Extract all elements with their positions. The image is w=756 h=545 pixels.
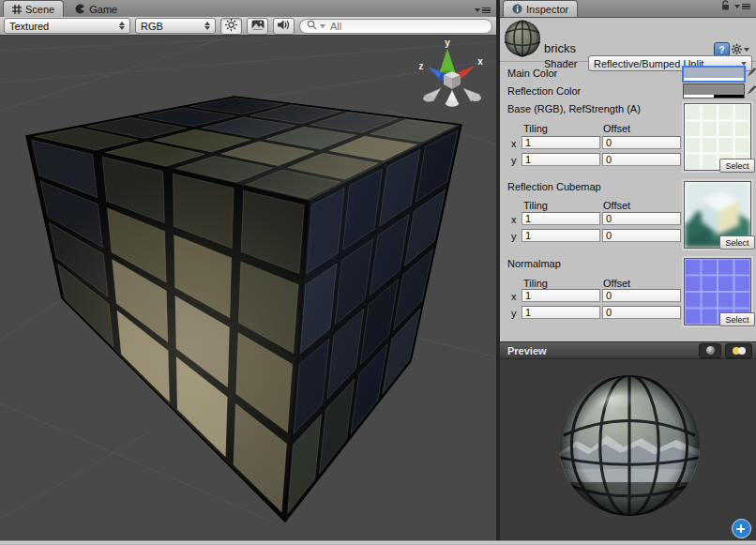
updown-arrows-icon [204,22,210,30]
magnifier-icon [307,20,317,32]
normalmap-label: Normalmap [507,258,561,269]
offset-header: Offset [603,278,630,289]
normalmap-y-tiling-field[interactable] [522,306,600,319]
base-x-tiling-field[interactable] [522,136,600,149]
reflection-color-label: Reflection Color [507,85,581,97]
search-input[interactable] [328,20,485,33]
render-mode-value: Textured [9,21,115,32]
sphere-icon [706,346,715,355]
dropdown-arrow-icon [741,62,747,66]
normalmap-x-tiling-field[interactable] [522,289,600,302]
sun-icon [225,19,237,33]
tiling-header: Tiling [523,278,548,289]
y-axis-label: y [511,155,517,166]
tab-inspector-label: Inspector [526,4,568,15]
cubemap-x-tiling-field[interactable] [522,212,600,225]
render-mode-dropdown[interactable]: Textured [4,18,130,34]
grid-icon [12,5,22,14]
alpha-bar [684,95,744,98]
scene-pane-menu-icon[interactable] [475,8,491,14]
preview-header[interactable]: Preview [500,341,756,359]
tab-game-label: Game [89,4,117,15]
gizmo-y-label: y [445,38,450,48]
x-axis-label: x [511,291,517,302]
x-axis-label: x [511,214,517,225]
scene-tabstrip: Scene Game [0,0,496,18]
updown-arrows-icon [119,22,125,30]
scene-lighting-toggle[interactable] [220,18,242,35]
normalmap-y-offset-field[interactable] [602,306,681,319]
eyedropper-icon[interactable] [746,83,756,97]
inspector-pane-menu-icon[interactable] [734,4,750,10]
main-color-label: Main Color [507,68,557,79]
eyedropper-icon[interactable] [746,66,756,79]
inspector-pane: Inspector [500,0,756,540]
cubemap-label: Reflection Cubemap [507,181,601,192]
tiling-header: Tiling [523,200,548,211]
tiling-header: Tiling [523,123,548,134]
game-icon [75,4,85,14]
alpha-bar [684,78,744,81]
offset-header: Offset [603,123,630,134]
info-icon [512,4,522,14]
preview-model-button[interactable] [699,343,721,358]
base-texture-label: Base (RGB), RefStrength (A) [507,103,641,114]
scene-orientation-gizmo[interactable]: y x z [419,38,484,107]
gear-icon[interactable] [731,42,749,56]
color-channel-dropdown[interactable]: RGB [135,18,216,34]
reflection-color-swatch[interactable] [683,83,745,98]
preview-lighting-button[interactable] [725,343,752,358]
color-channel-value: RGB [141,21,201,32]
tab-scene[interactable]: Scene [3,0,64,17]
tab-scene-label: Scene [25,4,54,15]
cubemap-select-button[interactable]: Select [719,235,755,250]
base-y-offset-field[interactable] [602,153,681,166]
material-header: bricks ? Shader Reflective/Bumped Un [500,17,756,62]
gizmo-gray-cones [423,88,481,107]
light-toggle-icon [738,347,746,355]
base-select-button[interactable]: Select [719,159,755,173]
y-axis-label: y [511,231,517,242]
normalmap-select-button[interactable]: Select [719,312,755,326]
cubemap-y-offset-field[interactable] [602,229,681,242]
material-name: bricks [544,41,576,55]
base-x-offset-field[interactable] [602,136,681,149]
gizmo-center-cube[interactable] [444,71,461,89]
tab-inspector[interactable]: Inspector [503,0,578,17]
preview-sphere [556,372,703,519]
lock-icon[interactable] [720,0,731,13]
tab-game[interactable]: Game [67,1,126,17]
gizmo-z-label: z [419,61,424,71]
cubemap-y-tiling-field[interactable] [522,229,600,242]
x-axis-label: x [511,138,517,149]
gear-dropdown-arrow-icon [744,48,749,52]
image-icon [251,20,265,32]
preview-title: Preview [507,345,699,356]
scene-audio-toggle[interactable] [273,18,295,35]
speaker-icon [278,20,290,32]
scene-pane: Scene Game Textured RGB [0,0,496,540]
scene-viewport[interactable]: y x z [0,36,496,540]
plus-icon[interactable] [732,519,751,538]
cubemap-x-offset-field[interactable] [602,212,681,225]
normalmap-x-offset-field[interactable] [602,289,681,302]
base-y-tiling-field[interactable] [522,153,600,166]
unity-editor-window: Scene Game Textured RGB [0,0,756,545]
inspector-tabstrip: Inspector [500,0,756,18]
material-thumbnail[interactable] [504,20,541,59]
scene-effects-toggle[interactable] [247,18,268,35]
scene-toolbar: Textured RGB [0,17,496,36]
preview-area[interactable] [500,359,756,540]
scene-search[interactable] [299,19,492,34]
offset-header: Offset [603,200,630,211]
main-color-swatch[interactable] [682,66,746,83]
window-bottom-frame [0,540,756,545]
search-filter-arrow-icon [320,24,325,28]
cube-sheen [26,97,461,522]
gizmo-x-label: x [477,56,483,67]
y-axis-label: y [511,308,517,319]
